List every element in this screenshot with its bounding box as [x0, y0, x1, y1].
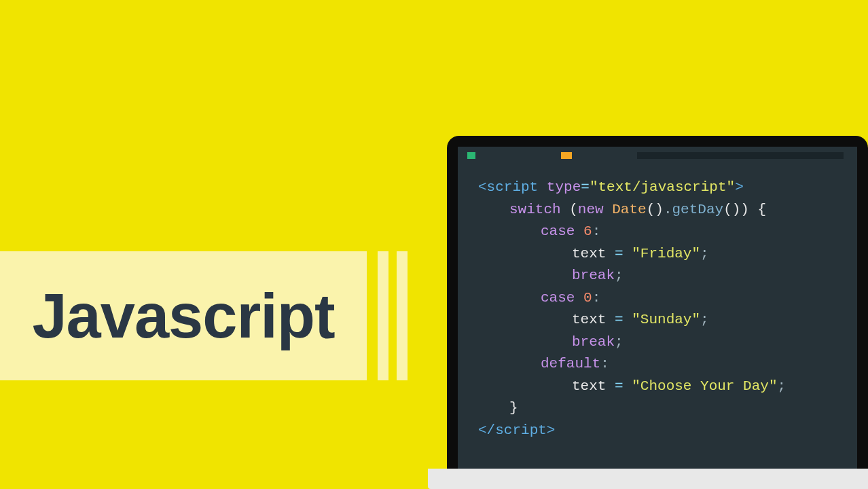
- colon: :: [600, 356, 609, 372]
- paren: (: [569, 202, 578, 217]
- string: "Friday": [632, 246, 700, 261]
- title-box: Javascript: [0, 251, 367, 380]
- code-line-1: <script type="text/javascript">: [478, 177, 842, 199]
- method: getDay: [672, 202, 724, 217]
- laptop-frame: <script type="text/javascript"> switch (…: [447, 136, 868, 469]
- string: "Sunday": [632, 312, 700, 327]
- tab-indicator-orange: [561, 152, 572, 159]
- identifier: text: [572, 312, 606, 327]
- angle-bracket: >: [735, 179, 744, 195]
- semicolon: ;: [615, 334, 623, 350]
- class-name: Date: [612, 202, 646, 217]
- number: 0: [583, 290, 592, 306]
- keyword: break: [572, 334, 615, 350]
- semicolon: ;: [778, 378, 786, 394]
- accent-bars: [378, 251, 408, 380]
- title-band: Javascript: [0, 251, 408, 380]
- code-line-3: case 6:: [478, 221, 842, 243]
- keyword: default: [541, 356, 600, 372]
- equals: =: [615, 246, 623, 261]
- tag-name: script: [487, 179, 539, 195]
- space: [623, 246, 632, 261]
- semicolon: ;: [615, 268, 623, 283]
- keyword: switch: [509, 202, 561, 217]
- accent-bar: [378, 251, 388, 380]
- page-title: Javascript: [32, 280, 334, 352]
- space: [623, 378, 632, 394]
- angle-bracket: <: [478, 179, 487, 195]
- keyword: break: [572, 268, 615, 283]
- space: [606, 378, 615, 394]
- code-line-8: break;: [478, 331, 842, 354]
- parens: (): [723, 202, 740, 217]
- tab-bar-dark-area: [637, 152, 844, 159]
- semicolon: ;: [700, 312, 709, 327]
- code-line-2: switch (new Date().getDay()) {: [478, 199, 842, 221]
- space: [606, 246, 615, 261]
- angle-bracket: </: [478, 422, 495, 438]
- space: [623, 312, 632, 327]
- space: [538, 179, 547, 195]
- code-line-5: break;: [478, 265, 842, 287]
- brace: {: [758, 202, 767, 217]
- code-line-4: text = "Friday";: [478, 243, 842, 266]
- string: "text/javascript": [590, 179, 735, 195]
- number: 6: [583, 223, 592, 239]
- brace: }: [509, 400, 518, 416]
- code-line-6: case 0:: [478, 287, 842, 310]
- space: [749, 202, 758, 217]
- paren: ): [740, 202, 749, 217]
- space: [575, 290, 583, 306]
- equals: =: [615, 378, 623, 394]
- keyword-new: new: [578, 202, 604, 217]
- attribute: type: [547, 179, 581, 195]
- code-line-9: default:: [478, 353, 842, 376]
- code-line-12: </script>: [478, 420, 842, 442]
- laptop-base: [428, 469, 868, 489]
- semicolon: ;: [700, 246, 709, 261]
- space: [561, 202, 570, 217]
- laptop-illustration: <script type="text/javascript"> switch (…: [447, 136, 868, 489]
- colon: :: [592, 223, 601, 239]
- keyword: case: [541, 290, 575, 306]
- identifier: text: [572, 378, 606, 394]
- code-area: <script type="text/javascript"> switch (…: [458, 162, 857, 457]
- code-line-11: }: [478, 397, 842, 420]
- string: "Choose Your Day": [632, 378, 777, 394]
- parens: (): [647, 202, 664, 217]
- space: [606, 312, 615, 327]
- space: [575, 223, 583, 239]
- equals: =: [581, 179, 590, 195]
- space: [604, 202, 613, 217]
- code-line-10: text = "Choose Your Day";: [478, 376, 842, 398]
- keyword: case: [541, 223, 575, 239]
- code-line-7: text = "Sunday";: [478, 309, 842, 331]
- colon: :: [592, 290, 601, 306]
- tag-name: script: [495, 422, 547, 438]
- dot: .: [664, 202, 672, 217]
- angle-bracket: >: [547, 422, 556, 438]
- accent-bar: [397, 251, 408, 380]
- equals: =: [615, 312, 623, 327]
- editor-tab-bar: [458, 152, 857, 159]
- identifier: text: [572, 246, 606, 261]
- code-editor-screen: <script type="text/javascript"> switch (…: [458, 147, 857, 469]
- tab-indicator-green: [467, 152, 475, 159]
